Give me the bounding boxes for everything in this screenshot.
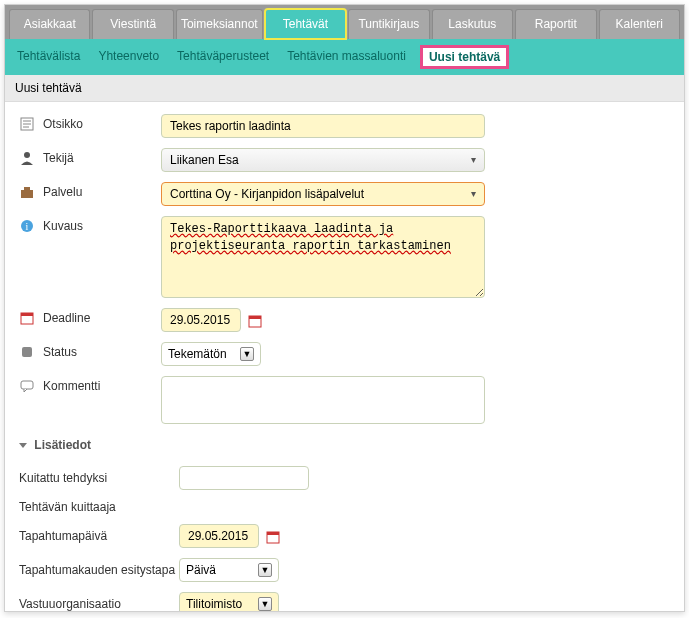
row-kuitattu: Kuitattu tehdyksi bbox=[19, 466, 670, 490]
row-kuvaus: i Kuvaus Tekes-Raporttikaava laadinta ja… bbox=[19, 216, 670, 298]
comment-icon bbox=[19, 378, 35, 394]
tab-tuntikirjaus[interactable]: Tuntikirjaus bbox=[348, 9, 429, 39]
row-otsikko: Otsikko bbox=[19, 114, 670, 138]
calendar-picker-icon[interactable] bbox=[266, 530, 280, 544]
calendar-picker-icon[interactable] bbox=[248, 314, 262, 328]
row-esitystapa: Tapahtumakauden esitystapa Päivä ▼ bbox=[19, 558, 670, 582]
chevron-down-icon: ▼ bbox=[240, 347, 254, 361]
vastuu-value: Tilitoimisto bbox=[186, 597, 242, 611]
briefcase-icon bbox=[19, 184, 35, 200]
sub-nav: Tehtävälista Yhteenveto Tehtäväperusteet… bbox=[5, 39, 684, 75]
person-icon bbox=[19, 150, 35, 166]
kommentti-textarea[interactable] bbox=[161, 376, 485, 424]
label-vastuu: Vastuuorganisaatio bbox=[19, 597, 179, 611]
label-otsikko: Otsikko bbox=[43, 114, 153, 131]
row-kommentti: Kommentti bbox=[19, 376, 670, 424]
svg-rect-16 bbox=[267, 532, 279, 535]
tab-viestinta[interactable]: Viestintä bbox=[92, 9, 173, 39]
tab-laskutus[interactable]: Laskutus bbox=[432, 9, 513, 39]
esitystapa-select[interactable]: Päivä ▼ bbox=[179, 558, 279, 582]
label-tapahtumapaiva: Tapahtumapäivä bbox=[19, 529, 179, 543]
row-palvelu: Palvelu Corttina Oy - Kirjanpidon lisäpa… bbox=[19, 182, 670, 206]
esitystapa-value: Päivä bbox=[186, 563, 216, 577]
tab-tehtavat[interactable]: Tehtävät bbox=[265, 9, 346, 39]
app-frame: Asiakkaat Viestintä Toimeksiannot Tehtäv… bbox=[4, 4, 685, 612]
deadline-input[interactable] bbox=[161, 308, 241, 332]
tekija-select[interactable]: Liikanen Esa ▾ bbox=[161, 148, 485, 172]
palvelu-value: Corttina Oy - Kirjanpidon lisäpalvelut bbox=[170, 187, 364, 201]
row-deadline: Deadline bbox=[19, 308, 670, 332]
palvelu-select[interactable]: Corttina Oy - Kirjanpidon lisäpalvelut ▾ bbox=[161, 182, 485, 206]
chevron-down-icon: ▼ bbox=[258, 563, 272, 577]
status-icon bbox=[19, 344, 35, 360]
chevron-down-icon: ▼ bbox=[258, 597, 272, 611]
tab-toimeksiannot[interactable]: Toimeksiannot bbox=[176, 9, 263, 39]
calendar-icon bbox=[19, 310, 35, 326]
svg-rect-14 bbox=[21, 381, 33, 389]
svg-text:i: i bbox=[26, 221, 29, 232]
kuvaus-textarea[interactable]: Tekes-Raporttikaava laadinta ja projekti… bbox=[161, 216, 485, 298]
subtab-uusi-tehtava[interactable]: Uusi tehtävä bbox=[420, 45, 509, 69]
status-value: Tekemätön bbox=[168, 347, 227, 361]
label-deadline: Deadline bbox=[43, 308, 153, 325]
subtab-yhteenveto[interactable]: Yhteenveto bbox=[94, 45, 163, 69]
row-vastuu: Vastuuorganisaatio Tilitoimisto ▼ bbox=[19, 592, 670, 612]
svg-rect-10 bbox=[21, 313, 33, 316]
kuitattu-input[interactable] bbox=[179, 466, 309, 490]
label-palvelu: Palvelu bbox=[43, 182, 153, 199]
label-status: Status bbox=[43, 342, 153, 359]
caret-down-icon bbox=[19, 443, 27, 448]
details-title: Lisätiedot bbox=[34, 438, 91, 452]
info-icon: i bbox=[19, 218, 35, 234]
row-status: Status Tekemätön ▼ bbox=[19, 342, 670, 366]
top-nav: Asiakkaat Viestintä Toimeksiannot Tehtäv… bbox=[5, 5, 684, 39]
label-kuitattu: Kuitattu tehdyksi bbox=[19, 471, 179, 485]
subtab-tehtavaperusteet[interactable]: Tehtäväperusteet bbox=[173, 45, 273, 69]
row-tekija: Tekijä Liikanen Esa ▾ bbox=[19, 148, 670, 172]
chevron-down-icon: ▾ bbox=[471, 155, 476, 165]
vastuu-select[interactable]: Tilitoimisto ▼ bbox=[179, 592, 279, 612]
tab-kalenteri[interactable]: Kalenteri bbox=[599, 9, 680, 39]
label-esitystapa: Tapahtumakauden esitystapa bbox=[19, 563, 179, 577]
details-header[interactable]: Lisätiedot bbox=[19, 434, 670, 456]
label-kuittaaja: Tehtävän kuittaaja bbox=[19, 500, 179, 514]
form: Otsikko Tekijä Liikanen Esa ▾ Palve bbox=[5, 102, 684, 612]
chevron-down-icon: ▾ bbox=[471, 189, 476, 199]
section-title: Uusi tehtävä bbox=[5, 75, 684, 102]
svg-rect-13 bbox=[22, 347, 32, 357]
svg-rect-6 bbox=[24, 187, 30, 190]
title-icon bbox=[19, 116, 35, 132]
svg-point-4 bbox=[24, 152, 30, 158]
svg-rect-12 bbox=[249, 316, 261, 319]
row-tapahtumapaiva: Tapahtumapäivä bbox=[19, 524, 670, 548]
label-tekija: Tekijä bbox=[43, 148, 153, 165]
subtab-massaluonti[interactable]: Tehtävien massaluonti bbox=[283, 45, 410, 69]
tekija-value: Liikanen Esa bbox=[170, 153, 239, 167]
svg-rect-5 bbox=[21, 190, 33, 198]
tab-asiakkaat[interactable]: Asiakkaat bbox=[9, 9, 90, 39]
status-select[interactable]: Tekemätön ▼ bbox=[161, 342, 261, 366]
label-kuvaus: Kuvaus bbox=[43, 216, 153, 233]
subtab-tehtavalista[interactable]: Tehtävälista bbox=[13, 45, 84, 69]
tab-raportit[interactable]: Raportit bbox=[515, 9, 596, 39]
otsikko-input[interactable] bbox=[161, 114, 485, 138]
row-kuittaaja: Tehtävän kuittaaja bbox=[19, 500, 670, 514]
tapahtumapaiva-input[interactable] bbox=[179, 524, 259, 548]
label-kommentti: Kommentti bbox=[43, 376, 153, 393]
